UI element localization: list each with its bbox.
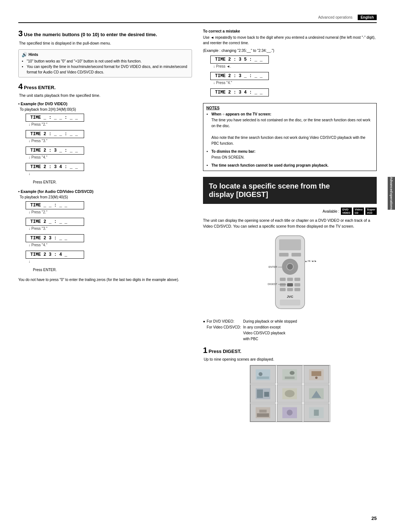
correct-time-3: TIME 2 : 3 4 : _ _ [210,88,269,96]
svg-point-6 [287,264,293,270]
example-dvd-block: • Example (for DVD VIDEO) To playback fr… [18,102,192,184]
advanced-operations-tab: Advancedoperations [388,177,395,210]
example-dvd-sub: To playback from 2(H):34(M):00(S) [20,107,192,111]
top-divider [18,22,377,23]
example-audio-sub: To playback from 23(M):40(S) [20,195,192,199]
available-label: Available : [323,209,339,213]
hints-label: Hints [29,52,38,57]
svg-rect-41 [259,410,267,413]
example-audio-head: • Example (for Audio CD/Video CD/SVCD) [18,189,192,194]
dvd-condition-val: During playback or while stopped [243,319,297,323]
hints-icon: 🔊 [22,52,27,57]
dvd-press-enter: Press ENTER. [33,180,57,184]
svg-text:▲/▼/◄/►: ▲/▼/◄/► [305,260,317,262]
notes-title: NOTES [206,106,373,110]
step1-title: Press DIGEST. [208,349,241,354]
dvd-press-1: ↓ Press "2." [29,122,84,126]
available-row: Available : DVDVIDEO VideoCD SuperVCD [203,208,377,215]
thumb-9 [304,403,329,422]
digest-title-box: To locate a specific scene from the disp… [203,177,377,204]
svg-rect-10 [280,283,286,286]
correct-desc: Use ◄ repeatedly to move back to the dig… [203,35,377,46]
dvd-conditions: ● For DVD VIDEO: During playback or whil… [203,319,377,342]
audio-press-1: ↓ Press "2." [29,210,84,214]
svg-rect-45 [314,410,319,416]
dvd-condition-label: For DVD VIDEO: [207,319,234,323]
correct-step-2: TIME 2 : 3 _ : _ _ ↓ Press "4." [210,72,269,86]
svg-text:JVC: JVC [287,295,293,299]
example-audio-block: • Example (for Audio CD/Video CD/SVCD) T… [18,189,192,272]
correct-time-2: TIME 2 : 3 _ : _ _ [210,72,269,80]
thumb-7 [250,403,276,422]
correct-step-1: TIME 2 : 3 5 : _ _ ↓ Press ◄. [210,56,269,69]
svg-rect-25 [257,376,269,379]
thumb-6 [304,384,329,403]
svg-rect-15 [294,288,300,291]
notes-list: When ○ appears on the TV screen: The tim… [211,111,373,168]
badge-dvd: DVDVIDEO [341,208,352,215]
svg-point-36 [285,390,294,397]
example-change-line: (Example : changing "2:35:__" to "2:34:_… [203,49,377,53]
digest-desc: The unit can display the opening scene o… [203,218,377,229]
audio-time-3: TIME 2 3 : _ _ [26,234,84,242]
step3-number: 3 [18,29,23,38]
dvd-step-1: TIME _ : _ _ : _ _ ↓ Press "2." [26,114,84,127]
vcd-condition-val: In any condition except Video CD/SVCD pl… [243,325,285,341]
note-item-2: To dismiss the menu bar: Press ON SCREEN… [211,149,373,160]
thumbnail-grid [250,365,330,422]
correct-press-2: ↓ Press "4." [213,81,269,85]
hint-item: You can specify the time in hour/minute/… [27,64,189,75]
hints-box: 🔊 Hints "10" button works as "0" and "+1… [18,49,192,77]
step3-title: Use the numeric buttons (0 to 10) to ent… [24,32,157,37]
correct-step-3: TIME 2 : 3 4 : _ _ [210,88,269,96]
svg-rect-33 [257,390,263,398]
svg-rect-14 [287,288,293,291]
audio-time-2: TIME 2 _ : _ _ [26,218,84,226]
page: Advanced operations English 3 Use the nu… [0,0,395,532]
dvd-time-steps: TIME _ : _ _ : _ _ ↓ Press "2." TIME 2 :… [26,114,192,184]
svg-rect-1 [279,239,301,250]
correct-press-1: ↓ Press ◄. [213,64,269,68]
step1-number: 1 [203,346,207,355]
dvd-time-2: TIME 2 : _ _ : _ _ [26,130,84,138]
dvd-time-4: TIME 2 : 3 4 : _ _ [26,163,84,171]
svg-rect-7 [280,278,286,281]
svg-rect-8 [287,278,293,281]
thumb-2 [277,365,302,384]
digest-title-line1: To locate a specific scene from the [209,182,371,190]
note-item-3: The time search function cannot be used … [211,163,373,168]
step1-subtext: Up to nine opening scenes are displayed. [204,357,377,362]
audio-step-2: TIME 2 _ : _ _ ↓ Press "3." [26,218,84,231]
hints-list: "10" button works as "0" and "+10" butto… [27,58,189,75]
svg-rect-3 [291,253,301,256]
svg-point-43 [287,410,293,415]
step4-title: Press ENTER. [24,85,56,90]
thumb-1 [250,365,276,384]
page-number: 25 [372,516,377,521]
thumb-4 [250,384,276,403]
dvd-step-3: TIME 2 : 3 _ : _ _ ↓ Press "4." [26,147,84,160]
top-bar: Advanced operations English [18,15,377,20]
step3-heading: 3 Use the numeric buttons (0 to 10) to e… [18,29,192,38]
dvd-press-2: ↓ Press "3." [29,139,84,143]
footer-note: You do not have to press "0" to enter th… [18,277,192,282]
audio-step-4: TIME 2 3 : 4 _ ↓ [26,251,84,264]
svg-rect-17 [280,300,300,305]
language-badge: English [358,15,377,20]
svg-rect-2 [279,253,289,256]
dvd-step-2: TIME 2 : _ _ : _ _ ↓ Press "3." [26,130,84,144]
svg-text:ENTER: ENTER [268,266,277,268]
svg-rect-9 [294,278,300,281]
hints-title: 🔊 Hints [22,52,189,57]
step3-subtext: The specified time is displayed in the p… [19,41,192,46]
hint-item: "10" button works as "0" and "+10" butto… [27,58,189,64]
step4-subtext: The unit starts playback from the specif… [19,93,192,99]
remote-illustration: JVC ENTER DIGEST ▲/▼/◄/► [253,234,327,314]
svg-rect-28 [285,376,294,379]
example-dvd-head: • Example (for DVD VIDEO) [18,102,192,106]
vcd-condition-label: For Video CD/SVCD: [207,325,241,329]
audio-time-4: TIME 2 3 : 4 _ [26,251,84,259]
step4-number: 4 [18,82,23,91]
badge-super: SuperVCD [365,208,377,215]
dvd-press-3: ↓ Press "4." [29,155,84,159]
